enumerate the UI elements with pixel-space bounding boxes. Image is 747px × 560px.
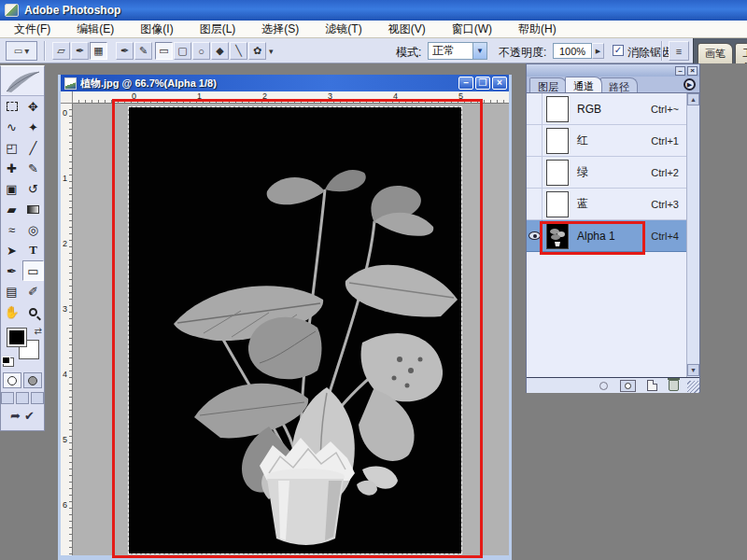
scroll-up-button[interactable]: ▲ xyxy=(687,93,699,105)
mode-label: 模式: xyxy=(396,45,421,61)
slice-tool[interactable]: ╱ xyxy=(22,137,44,158)
magic-wand-tool[interactable]: ✦ xyxy=(22,117,44,137)
menu-file[interactable]: 文件(F) xyxy=(7,21,57,38)
save-selection-icon xyxy=(625,383,631,389)
menu-filter[interactable]: 滤镜(T) xyxy=(318,21,368,38)
load-selection-button[interactable] xyxy=(599,382,608,390)
brush-tool[interactable]: ✎ xyxy=(22,158,44,178)
maximize-button[interactable]: ❐ xyxy=(475,77,490,90)
channel-row-blue[interactable]: 蓝 Ctrl+3 xyxy=(527,189,686,220)
standard-screen-mode-button[interactable] xyxy=(1,392,14,404)
blend-mode-select[interactable]: 正常 ▼ xyxy=(428,42,487,60)
tab-tool-presets[interactable]: 工具 xyxy=(735,43,747,63)
opacity-slider-arrow[interactable]: ▶ xyxy=(592,43,604,59)
rectangle-shape-button[interactable]: ▭ xyxy=(155,42,173,60)
clone-stamp-tool[interactable]: ▣ xyxy=(1,178,22,199)
tab-brushes[interactable]: 画笔 xyxy=(698,43,733,63)
swap-colors-icon[interactable]: ⇄ xyxy=(35,326,42,336)
menu-select[interactable]: 选择(S) xyxy=(255,21,305,38)
move-tool[interactable]: ✥ xyxy=(22,96,44,117)
palette-well: 画笔 工具 xyxy=(693,38,747,63)
blur-tool[interactable]: ≈ xyxy=(1,219,22,240)
visibility-toggle[interactable] xyxy=(527,125,543,157)
opacity-input[interactable]: 100% xyxy=(553,43,592,59)
menu-window[interactable]: 窗口(W) xyxy=(445,21,499,38)
gradient-tool[interactable] xyxy=(22,199,44,219)
tab-channels[interactable]: 通道 xyxy=(565,77,602,92)
eyedropper-tool[interactable]: ✐ xyxy=(22,281,44,301)
app-title: Adobe Photoshop xyxy=(24,4,120,17)
menu-view[interactable]: 视图(V) xyxy=(382,21,432,38)
quick-mask-mode-button[interactable] xyxy=(23,372,42,388)
menu-edit[interactable]: 编辑(E) xyxy=(70,21,120,38)
scroll-down-button[interactable]: ▼ xyxy=(687,364,699,376)
clone-stamp-icon: ▣ xyxy=(6,182,17,196)
rounded-rectangle-shape-button[interactable]: ▢ xyxy=(174,42,191,60)
full-screen-with-menu-button[interactable] xyxy=(16,392,29,404)
notes-tool[interactable]: ▤ xyxy=(1,281,22,301)
menu-image[interactable]: 图像(I) xyxy=(134,21,179,38)
visibility-toggle[interactable] xyxy=(527,157,543,189)
default-colors-icon[interactable] xyxy=(3,357,14,367)
new-channel-button[interactable] xyxy=(647,380,657,391)
close-button[interactable]: × xyxy=(492,77,507,90)
rectangular-marquee-tool[interactable] xyxy=(1,96,22,117)
tool-preset-picker[interactable]: ▭ ▾ xyxy=(6,41,37,61)
delete-channel-button[interactable] xyxy=(669,380,679,391)
hand-tool[interactable]: ✋ xyxy=(1,301,22,322)
full-screen-mode-button[interactable] xyxy=(31,392,44,404)
dodge-tool[interactable]: ◎ xyxy=(22,219,44,240)
shapes-dropdown-icon[interactable]: ▾ xyxy=(269,47,274,56)
menu-help[interactable]: 帮助(H) xyxy=(512,21,563,38)
paths-mode-button[interactable]: ✒ xyxy=(71,42,89,60)
tab-paths[interactable]: 路径 xyxy=(600,77,638,92)
eraser-tool[interactable]: ▰ xyxy=(1,199,22,219)
panel-close-button[interactable]: × xyxy=(687,66,698,76)
visibility-toggle[interactable] xyxy=(527,93,543,125)
custom-shape-button[interactable]: ✿ xyxy=(248,42,266,60)
freeform-pen-tool-button[interactable]: ✎ xyxy=(134,42,152,60)
slice-icon: ╱ xyxy=(30,141,37,155)
shape-layers-mode-button[interactable]: ▱ xyxy=(52,42,70,60)
channel-row-green[interactable]: 绿 Ctrl+2 xyxy=(527,157,686,189)
line-shape-button[interactable]: ╲ xyxy=(230,42,247,60)
path-selection-tool[interactable]: ➤ xyxy=(1,240,22,260)
ruler-corner xyxy=(61,91,73,104)
document-title-bar[interactable]: 植物.jpg @ 66.7%(Alpha 1/8) – ❐ × xyxy=(61,75,509,91)
menu-layer[interactable]: 图层(L) xyxy=(193,21,243,38)
freeform-pen-icon: ✎ xyxy=(139,45,148,57)
panel-title-bar[interactable]: – × xyxy=(527,64,699,77)
file-browser-button[interactable]: ≡ xyxy=(669,41,689,61)
type-tool[interactable]: T xyxy=(22,240,44,260)
fill-pixels-mode-button[interactable]: ▦ xyxy=(90,42,107,60)
zoom-tool[interactable] xyxy=(22,301,44,322)
ellipse-shape-button[interactable]: ○ xyxy=(192,42,210,60)
visibility-toggle[interactable] xyxy=(527,189,543,220)
antialias-checkbox[interactable]: ✓ xyxy=(613,45,624,56)
channel-name: 蓝 xyxy=(577,196,651,212)
minimize-button[interactable]: – xyxy=(458,77,473,90)
shape-tool-selected[interactable]: ▭ xyxy=(22,260,44,281)
polygon-shape-button[interactable]: ◆ xyxy=(211,42,229,60)
foreground-color-swatch[interactable] xyxy=(7,329,26,346)
channel-row-rgb[interactable]: RGB Ctrl+~ xyxy=(527,93,686,125)
panel-resize-grip[interactable] xyxy=(687,381,699,393)
red-annotation-rectangle xyxy=(112,99,483,558)
vertical-ruler[interactable]: 0 1 2 3 4 5 6 xyxy=(61,104,73,560)
pen-tool-button[interactable]: ✒ xyxy=(116,42,134,60)
jump-to-imageready-button[interactable]: ➦ xyxy=(10,409,21,423)
panel-scrollbar[interactable]: ▲ ▼ xyxy=(686,93,699,377)
lasso-tool[interactable]: ∿ xyxy=(1,117,22,137)
channels-panel: – × 图层 通道 路径 ▶ RGB Ctrl+~ 红 Ctrl+1 绿 Ctr… xyxy=(526,63,700,393)
history-brush-tool[interactable]: ↺ xyxy=(22,178,44,199)
document-window: 植物.jpg @ 66.7%(Alpha 1/8) – ❐ × 0 1 2 3 … xyxy=(58,75,512,560)
tab-layers[interactable]: 图层 xyxy=(529,77,567,92)
save-selection-as-channel-button[interactable] xyxy=(620,380,636,392)
panel-minimize-button[interactable]: – xyxy=(675,66,685,76)
standard-mode-button[interactable] xyxy=(3,372,21,388)
crop-tool[interactable]: ◰ xyxy=(1,137,22,158)
panel-menu-button[interactable]: ▶ xyxy=(684,78,696,91)
healing-brush-tool[interactable]: ✚ xyxy=(1,158,22,178)
channel-row-red[interactable]: 红 Ctrl+1 xyxy=(527,125,686,157)
pen-tool[interactable]: ✒ xyxy=(1,260,22,281)
